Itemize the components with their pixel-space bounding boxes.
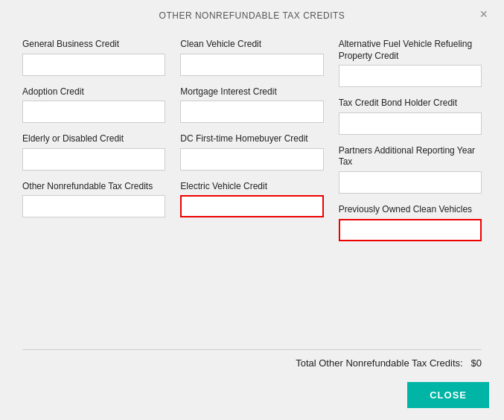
dc-firsttime-homebuyer-input[interactable] — [180, 148, 323, 171]
modal-body: General Business Credit Adoption Credit … — [0, 28, 504, 343]
mortgage-interest-credit-label: Mortgage Interest Credit — [180, 86, 323, 98]
adoption-credit-label: Adoption Credit — [22, 86, 165, 98]
field-group-electric-vehicle-credit: Electric Vehicle Credit — [180, 181, 323, 218]
alt-fuel-vehicle-input[interactable] — [339, 65, 482, 87]
mortgage-interest-credit-input[interactable] — [180, 101, 323, 123]
field-group-clean-vehicle-credit: Clean Vehicle Credit — [180, 39, 323, 76]
total-value: $0 — [471, 357, 482, 369]
alt-fuel-vehicle-label: Alternative Fuel Vehicle Refueling Prope… — [339, 39, 482, 62]
tax-credit-bond-holder-label: Tax Credit Bond Holder Credit — [339, 98, 482, 109]
electric-vehicle-credit-label: Electric Vehicle Credit — [180, 181, 323, 193]
field-group-mortgage-interest-credit: Mortgage Interest Credit — [180, 86, 323, 124]
column-3: Alternative Fuel Vehicle Refueling Prope… — [339, 39, 482, 252]
previously-owned-clean-vehicles-input[interactable] — [339, 219, 482, 241]
field-group-adoption-credit: Adoption Credit — [22, 86, 165, 124]
column-1: General Business Credit Adoption Credit … — [22, 39, 165, 252]
field-group-partners-additional: Partners Additional Reporting Year Tax — [339, 145, 482, 194]
clean-vehicle-credit-label: Clean Vehicle Credit — [180, 39, 323, 51]
general-business-credit-input[interactable] — [22, 54, 165, 76]
field-group-elderly-disabled-credit: Elderly or Disabled Credit — [22, 133, 165, 171]
field-group-alt-fuel-vehicle: Alternative Fuel Vehicle Refueling Prope… — [339, 39, 482, 87]
dc-firsttime-homebuyer-label: DC First-time Homebuyer Credit — [180, 133, 323, 145]
column-2: Clean Vehicle Credit Mortgage Interest C… — [180, 39, 323, 252]
modal-footer: CLOSE — [0, 375, 504, 420]
previously-owned-clean-vehicles-label: Previously Owned Clean Vehicles — [339, 204, 482, 216]
field-group-dc-firsttime-homebuyer: DC First-time Homebuyer Credit — [180, 133, 323, 171]
clean-vehicle-credit-input[interactable] — [180, 54, 323, 76]
field-group-previously-owned-clean-vehicles: Previously Owned Clean Vehicles — [339, 204, 482, 241]
modal-dialog: OTHER NONREFUNDABLE TAX CREDITS × Genera… — [0, 0, 504, 420]
field-group-tax-credit-bond-holder: Tax Credit Bond Holder Credit — [339, 98, 482, 135]
modal-header: OTHER NONREFUNDABLE TAX CREDITS × — [0, 0, 504, 28]
field-group-other-nonrefundable: Other Nonrefundable Tax Credits — [22, 181, 165, 218]
elderly-disabled-credit-label: Elderly or Disabled Credit — [22, 133, 165, 145]
modal-title: OTHER NONREFUNDABLE TAX CREDITS — [159, 10, 345, 21]
adoption-credit-input[interactable] — [22, 101, 165, 123]
close-x-button[interactable]: × — [475, 5, 492, 24]
general-business-credit-label: General Business Credit — [22, 39, 165, 51]
partners-additional-input[interactable] — [339, 171, 482, 194]
form-grid: General Business Credit Adoption Credit … — [22, 39, 482, 252]
partners-additional-label: Partners Additional Reporting Year Tax — [339, 145, 482, 168]
close-button[interactable]: CLOSE — [407, 382, 489, 408]
tax-credit-bond-holder-input[interactable] — [339, 112, 482, 135]
elderly-disabled-credit-input[interactable] — [22, 148, 165, 171]
other-nonrefundable-label: Other Nonrefundable Tax Credits — [22, 181, 165, 193]
field-group-general-business-credit: General Business Credit — [22, 39, 165, 76]
other-nonrefundable-input[interactable] — [22, 195, 165, 217]
total-label: Total Other Nonrefundable Tax Credits: — [296, 357, 463, 369]
footer-total: Total Other Nonrefundable Tax Credits: $… — [0, 350, 504, 375]
electric-vehicle-credit-input[interactable] — [180, 195, 323, 217]
